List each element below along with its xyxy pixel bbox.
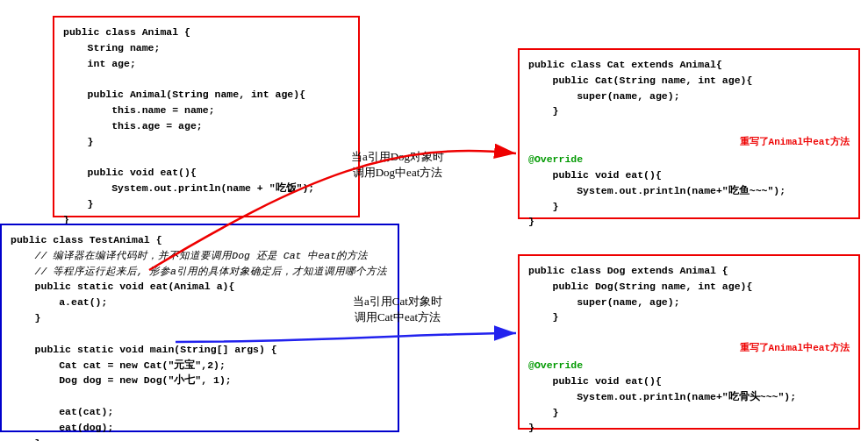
cat-class-box: public class Cat extends Animal{ public … [518, 48, 860, 219]
animal-class-box: public class Animal { String name; int a… [53, 16, 360, 217]
dog-rewrite-label: 重写了Animal中eat方法 [528, 341, 850, 356]
dog-class-box: public class Dog extends Animal { public… [518, 254, 860, 430]
dog-annotation: 当a引用Dog对象时调用Dog中eat方法 [341, 149, 455, 181]
cat-annotation: 当a引用Cat对象时调用Cat中eat方法 [341, 294, 455, 325]
testanimal-code: public class TestAnimal { // 编译器在编译代码时，并… [11, 232, 389, 441]
animal-code: public class Animal { String name; int a… [63, 25, 349, 228]
dog-override: @Override [528, 359, 583, 371]
cat-rewrite-label: 重写了Animal中eat方法 [528, 135, 850, 150]
dog-code: public class Dog extends Animal { public… [528, 263, 850, 436]
cat-override: @Override [528, 153, 583, 165]
testanimal-class-box: public class TestAnimal { // 编译器在编译代码时，并… [0, 224, 399, 432]
cat-code: public class Cat extends Animal{ public … [528, 57, 850, 230]
